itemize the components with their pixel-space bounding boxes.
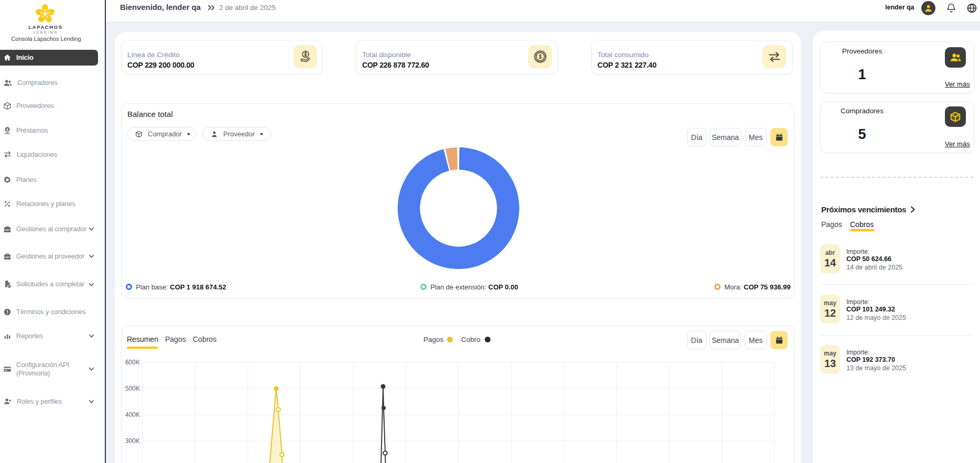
svg-text:300K: 300K xyxy=(125,437,140,445)
svg-text:$: $ xyxy=(6,127,8,132)
svg-text:600K: 600K xyxy=(125,359,140,366)
svg-text:400K: 400K xyxy=(125,411,140,418)
svg-text:500K: 500K xyxy=(125,385,140,392)
